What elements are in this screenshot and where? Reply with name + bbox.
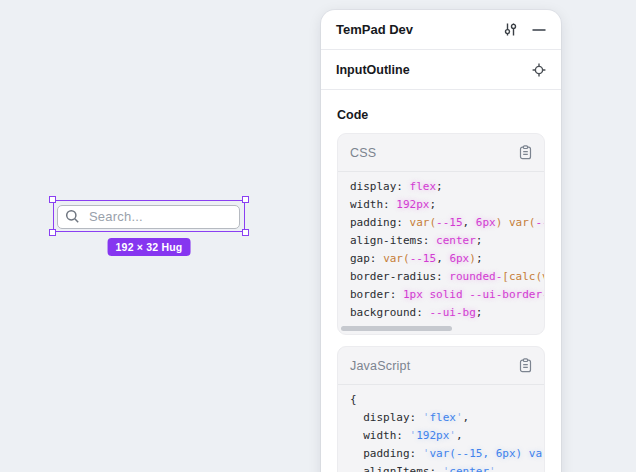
- css-code: display: flex;width: 192px;padding: var(…: [338, 172, 544, 322]
- minimize-icon[interactable]: [532, 23, 546, 37]
- size-badge: 192 × 32 Hug: [108, 238, 191, 256]
- code-line: display: flex;: [350, 178, 443, 196]
- code-line: alignItems: 'center',: [350, 463, 502, 472]
- copy-clipboard-icon[interactable]: [519, 358, 532, 373]
- code-line: width: '192px',: [350, 427, 463, 445]
- sliders-icon[interactable]: [502, 21, 519, 38]
- copy-clipboard-icon[interactable]: [519, 145, 532, 160]
- code-line: padding: var(--15, 6px) var(--: [350, 214, 544, 232]
- horizontal-scrollbar[interactable]: [341, 326, 452, 331]
- selection-handle-bottom-right[interactable]: [242, 229, 249, 236]
- js-block-label: JavaScript: [350, 359, 519, 373]
- panel-title: TemPad Dev: [336, 22, 502, 37]
- panel-content: Code CSS display: flex;width: 192px;padd…: [321, 90, 561, 472]
- js-code-block: JavaScript { display: 'flex', width: '19…: [337, 346, 545, 472]
- code-line: background: --ui-bg;: [350, 304, 482, 322]
- js-code: { display: 'flex', width: '192px', paddi…: [338, 385, 544, 472]
- component-name: InputOutline: [336, 63, 532, 77]
- code-line: width: 192px;: [350, 196, 436, 214]
- code-section-label: Code: [337, 108, 545, 122]
- code-line: align-items: center;: [350, 232, 482, 250]
- code-line: {: [350, 391, 357, 409]
- selection-handle-top-left[interactable]: [49, 196, 56, 203]
- js-block-header: JavaScript: [338, 347, 544, 385]
- css-block-label: CSS: [350, 146, 519, 160]
- code-line: padding: 'var(--15, 6px) va: [350, 445, 542, 463]
- selection-handle-top-right[interactable]: [242, 196, 249, 203]
- code-line: border: 1px solid --ui-border-: [350, 286, 544, 304]
- selected-component-row: InputOutline: [321, 50, 561, 90]
- css-code-block: CSS display: flex;width: 192px;padding: …: [337, 133, 545, 335]
- search-icon: [65, 209, 80, 224]
- selection-outline[interactable]: Search... 192 × 32 Hug: [53, 200, 245, 232]
- css-block-header: CSS: [338, 134, 544, 172]
- code-line: display: 'flex',: [350, 409, 469, 427]
- selection-handle-bottom-left[interactable]: [49, 229, 56, 236]
- locate-target-icon[interactable]: [532, 63, 546, 77]
- code-line: border-radius: rounded-[calc(v: [350, 268, 544, 286]
- panel-header: TemPad Dev: [321, 10, 561, 50]
- search-input-component[interactable]: Search...: [57, 205, 240, 229]
- code-line: gap: var(--15, 6px);: [350, 250, 483, 268]
- search-placeholder: Search...: [89, 209, 143, 224]
- figma-workspace: Search... 192 × 32 Hug TemPad Dev: [0, 0, 636, 472]
- tempad-dev-panel: TemPad Dev InputOutline: [321, 10, 561, 472]
